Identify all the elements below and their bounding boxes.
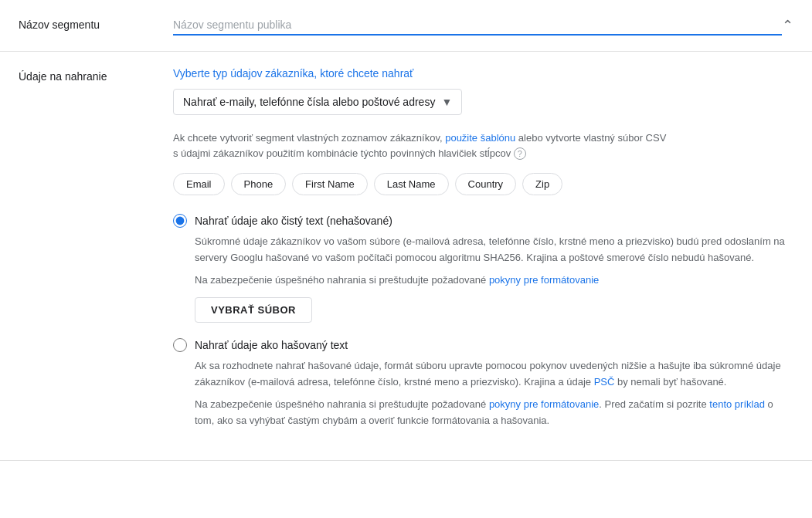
radio-hashed-input[interactable] xyxy=(173,338,187,352)
radio-plain-description: Súkromné údaje zákazníkov vo vašom súbor… xyxy=(195,234,793,266)
format-link-hashed[interactable]: pokyny pre formátovanie xyxy=(489,398,599,410)
radio-plain-format-link-row: Na zabezpečenie úspešného nahrania si pr… xyxy=(195,273,793,289)
example-link[interactable]: tento príklad xyxy=(709,398,765,410)
radio-plain-input[interactable] xyxy=(173,214,187,228)
dropdown-label: Nahrať e-maily, telefónne čísla alebo po… xyxy=(183,96,435,108)
upload-data-label: Údaje na nahranie xyxy=(19,67,173,445)
radio-plain-text: Nahrať údaje ako čistý text (nehašované)… xyxy=(173,214,793,323)
col-last-name: Last Name xyxy=(374,173,449,195)
upload-subtitle: Vyberte typ údajov zákazníka, ktoré chce… xyxy=(173,67,793,80)
choose-file-button[interactable]: VYBRAŤ SÚBOR xyxy=(195,297,312,323)
segment-name-row: ⌃ xyxy=(173,15,793,36)
upload-data-content: Vyberte typ údajov zákazníka, ktoré chce… xyxy=(173,67,793,445)
file-btn-wrapper: VYBRAŤ SÚBOR xyxy=(173,297,793,323)
col-zip: Zip xyxy=(522,173,562,195)
page-container: Názov segmentu ⌃ Údaje na nahranie Vyber… xyxy=(0,0,812,461)
template-link[interactable]: použite šablónu xyxy=(445,132,515,144)
radio-hashed-title[interactable]: Nahrať údaje ako hašovaný text xyxy=(195,339,348,351)
info-text-part1: Ak chcete vytvoriť segment vlastných zoz… xyxy=(173,132,445,144)
radio-hashed-text: Nahrať údaje ako hašovaný text Ak sa roz… xyxy=(173,338,793,428)
columns-row: Email Phone First Name Last Name Country… xyxy=(173,173,793,195)
chevron-up-icon[interactable]: ⌃ xyxy=(782,17,793,34)
radio-plain-title[interactable]: Nahrať údaje ako čistý text (nehašované) xyxy=(195,215,392,227)
segment-name-section: Názov segmentu ⌃ xyxy=(0,0,812,52)
radio-plain-label-row: Nahrať údaje ako čistý text (nehašované) xyxy=(173,214,793,228)
segment-name-content: ⌃ xyxy=(173,15,793,36)
col-first-name: First Name xyxy=(292,173,368,195)
dropdown-arrow-icon: ▼ xyxy=(441,96,452,108)
radio-hashed-format-link-row: Na zabezpečenie úspešného nahrania si pr… xyxy=(195,397,793,429)
radio-hashed-description: Ak sa rozhodnete nahrať hašované údaje, … xyxy=(195,358,793,391)
upload-data-section: Údaje na nahranie Vyberte typ údajov zák… xyxy=(0,52,812,461)
segment-name-label: Názov segmentu xyxy=(19,15,173,36)
format-link-plain[interactable]: pokyny pre formátovanie xyxy=(489,274,599,286)
col-country: Country xyxy=(455,173,517,195)
info-text: Ak chcete vytvoriť segment vlastných zoz… xyxy=(173,130,793,161)
help-icon[interactable]: ? xyxy=(514,147,526,160)
col-phone: Phone xyxy=(231,173,287,195)
col-email: Email xyxy=(173,173,225,195)
segment-name-input[interactable] xyxy=(173,15,782,36)
radio-hashed-label-row: Nahrať údaje ako hašovaný text xyxy=(173,338,793,352)
upload-type-dropdown[interactable]: Nahrať e-maily, telefónne čísla alebo po… xyxy=(173,89,462,115)
